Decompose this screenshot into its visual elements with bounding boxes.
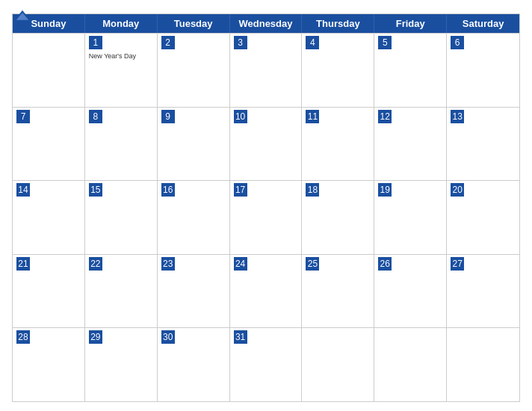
calendar-cell: 26 (374, 255, 447, 328)
calendar-cell: 15 (85, 181, 158, 254)
cell-date-number: 8 (89, 110, 102, 123)
day-header-wednesday: Wednesday (230, 14, 303, 33)
cell-date-number: 12 (378, 110, 392, 123)
cell-date-number: 13 (451, 110, 464, 123)
calendar-cell: 4 (302, 34, 374, 107)
calendar-cell: 23 (158, 255, 230, 328)
cell-date-number: 10 (234, 110, 247, 123)
calendar-cell: 11 (302, 108, 374, 181)
day-header-thursday: Thursday (302, 14, 374, 33)
cell-date-empty (16, 36, 30, 49)
calendar-cell: 16 (158, 181, 230, 254)
calendar-page: SundayMondayTuesdayWednesdayThursdayFrid… (0, 0, 532, 411)
calendar-cell: 19 (374, 181, 447, 254)
calendar-cell: 3 (230, 34, 303, 107)
calendar-week-4: 21222324252627 (13, 254, 519, 328)
calendar-cell: 18 (302, 181, 374, 254)
logo-icon (12, 9, 33, 22)
day-header-friday: Friday (374, 14, 447, 33)
calendar-cell: 14 (13, 181, 85, 254)
day-header-tuesday: Tuesday (158, 14, 230, 33)
calendar-week-5: 28293031 (13, 327, 519, 401)
cell-date-number: 14 (16, 183, 30, 197)
calendar-cell: 6 (447, 34, 519, 107)
calendar-cell: 8 (85, 108, 158, 181)
calendar-cell: 7 (13, 108, 85, 181)
calendar-cell: 5 (374, 34, 447, 107)
calendar-cell: 25 (302, 255, 374, 328)
cell-date-number: 20 (451, 183, 464, 197)
cell-date-number: 7 (16, 110, 30, 123)
calendar-cell: 27 (447, 255, 519, 328)
cell-date-number: 31 (234, 330, 247, 344)
calendar-body: 1New Year's Day2345678910111213141516171… (13, 33, 519, 401)
logo (12, 9, 36, 22)
calendar-day-headers: SundayMondayTuesdayWednesdayThursdayFrid… (13, 14, 519, 33)
cell-date-empty (378, 330, 392, 344)
cell-date-number: 3 (234, 36, 247, 49)
calendar-cell: 22 (85, 255, 158, 328)
calendar-cell: 1New Year's Day (85, 34, 158, 107)
cell-date-number: 11 (306, 110, 319, 123)
calendar-cell: 12 (374, 108, 447, 181)
calendar-cell: 29 (85, 328, 158, 401)
calendar-cell: 28 (13, 328, 85, 401)
cell-date-number: 9 (161, 110, 175, 123)
cell-date-number: 6 (451, 36, 464, 49)
cell-date-number: 27 (451, 257, 464, 271)
cell-date-number: 22 (89, 257, 102, 271)
calendar-cell: 21 (13, 255, 85, 328)
calendar-week-1: 1New Year's Day23456 (13, 33, 519, 107)
cell-date-number: 24 (234, 257, 247, 271)
calendar-cell: 30 (158, 328, 230, 401)
calendar-cell: 13 (447, 108, 519, 181)
cell-date-number: 4 (306, 36, 319, 49)
calendar-week-2: 78910111213 (13, 107, 519, 181)
calendar-cell: 24 (230, 255, 303, 328)
calendar-cell (374, 328, 447, 401)
cell-date-number: 23 (161, 257, 175, 271)
calendar-cell: 20 (447, 181, 519, 254)
cell-date-number: 5 (378, 36, 392, 49)
cell-date-empty (451, 330, 464, 344)
cell-date-number: 16 (161, 183, 175, 197)
cell-date-number: 29 (89, 330, 102, 344)
cell-date-number: 2 (161, 36, 175, 49)
cell-date-number: 30 (161, 330, 175, 344)
cell-date-empty (306, 330, 319, 344)
cell-date-number: 1 (89, 36, 102, 49)
calendar-cell (302, 328, 374, 401)
cell-date-number: 21 (16, 257, 30, 271)
calendar-cell: 17 (230, 181, 303, 254)
cell-date-number: 26 (378, 257, 392, 271)
cell-event: New Year's Day (89, 52, 153, 61)
calendar-cell (447, 328, 519, 401)
day-header-monday: Monday (85, 14, 158, 33)
cell-date-number: 15 (89, 183, 102, 197)
cell-date-number: 19 (378, 183, 392, 197)
day-header-saturday: Saturday (447, 14, 519, 33)
cell-date-number: 18 (306, 183, 319, 197)
calendar-cell: 10 (230, 108, 303, 181)
calendar-cell: 2 (158, 34, 230, 107)
calendar-cell (13, 34, 85, 107)
calendar-week-3: 14151617181920 (13, 180, 519, 254)
calendar-cell: 9 (158, 108, 230, 181)
cell-date-number: 28 (16, 330, 30, 344)
calendar-cell: 31 (230, 328, 303, 401)
calendar-grid: SundayMondayTuesdayWednesdayThursdayFrid… (12, 13, 520, 402)
cell-date-number: 17 (234, 183, 247, 197)
cell-date-number: 25 (306, 257, 319, 271)
